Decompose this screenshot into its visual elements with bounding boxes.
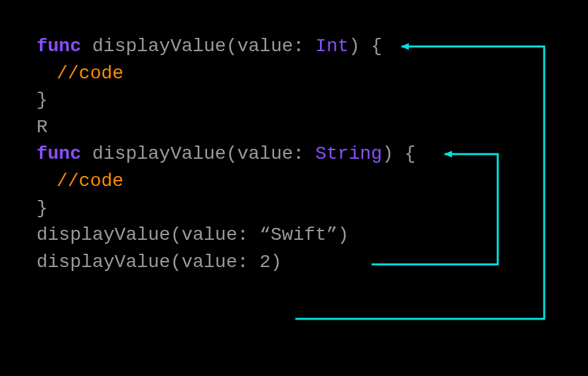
call-swift: displayValue(value: “Swift”) bbox=[37, 222, 415, 249]
type-int: Int bbox=[315, 36, 348, 56]
call-int: displayValue(value: 2) bbox=[37, 249, 415, 276]
comment-line: //code bbox=[37, 60, 415, 88]
func-name: displayValue bbox=[92, 36, 226, 56]
keyword-func: func bbox=[37, 36, 81, 56]
func-int-decl: func displayValue(value: Int) { bbox=[37, 33, 415, 60]
keyword-func: func bbox=[37, 143, 81, 164]
comment-line: //code bbox=[37, 168, 415, 195]
type-string: String bbox=[315, 143, 382, 164]
close-brace: } bbox=[37, 195, 415, 223]
close-brace: } bbox=[37, 87, 415, 114]
stray-r: R bbox=[37, 114, 415, 141]
func-name: displayValue bbox=[92, 143, 226, 164]
code-block: func displayValue(value: Int) { //code }… bbox=[37, 33, 415, 276]
func-string-decl: func displayValue(value: String) { bbox=[37, 141, 415, 168]
